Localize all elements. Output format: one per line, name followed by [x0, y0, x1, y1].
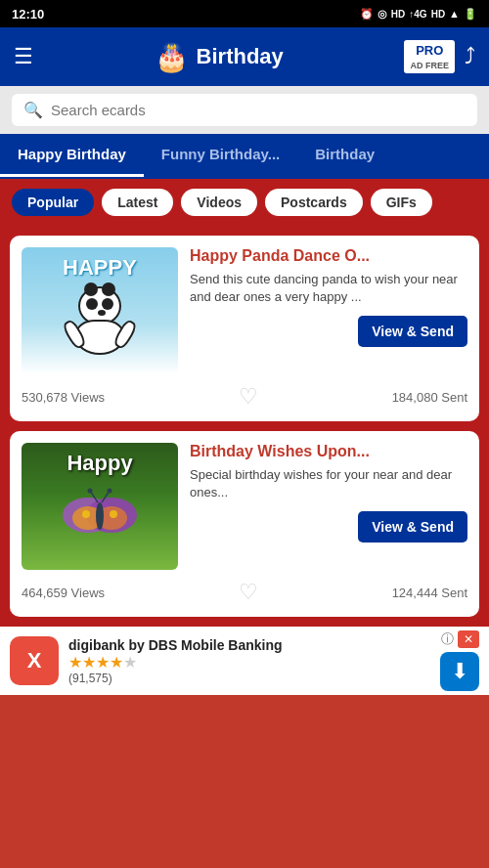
- views-panda: 530,678 Views: [22, 390, 105, 405]
- sent-butterfly: 124,444 Sent: [392, 586, 467, 600]
- search-input[interactable]: [51, 102, 466, 118]
- view-send-button-panda[interactable]: View & Send: [358, 316, 467, 347]
- svg-point-6: [96, 502, 104, 530]
- header-title-wrap: 🎂 Birthday: [155, 41, 284, 73]
- card-butterfly: Happy: [10, 431, 479, 617]
- ad-right: ⓘ ✕ ⬇: [440, 630, 479, 691]
- card-info-butterfly: Birthday Wishes Upon... Special birthday…: [190, 443, 467, 542]
- card-desc-panda: Send this cute dancing panda to wish you…: [190, 271, 467, 306]
- ad-free-label: AD FREE: [410, 60, 449, 72]
- card-thumb-butterfly: Happy: [22, 443, 178, 570]
- like-button-panda[interactable]: ♡: [239, 384, 258, 410]
- svg-point-4: [82, 510, 90, 518]
- 4g-icon: ↑4G: [409, 9, 426, 20]
- status-icons: ⏰ ◎ HD ↑4G HD ▲ 🔋: [360, 8, 477, 21]
- thumb-happy-text: HAPPY: [22, 255, 178, 281]
- card-title-panda: Happy Panda Dance O...: [190, 247, 467, 265]
- panda-illustration: [70, 286, 129, 355]
- svg-point-5: [110, 510, 117, 518]
- card-info-panda: Happy Panda Dance O... Send this cute da…: [190, 247, 467, 347]
- card-panda: HAPPY: [10, 236, 479, 421]
- ad-info-icon: ⓘ: [441, 630, 454, 648]
- time: 12:10: [12, 7, 44, 22]
- ad-banner: X digibank by DBS Mobile Banking ★★★★★ (…: [0, 627, 489, 695]
- filter-row: Popular Latest Videos Postcards GIFs: [0, 179, 489, 226]
- card-title-butterfly: Birthday Wishes Upon...: [190, 443, 467, 460]
- ad-download-button[interactable]: ⬇: [440, 652, 479, 691]
- thumb-happy-text2: Happy: [22, 451, 178, 476]
- svg-point-9: [88, 489, 93, 494]
- view-send-button-butterfly[interactable]: View & Send: [358, 511, 467, 542]
- header-title: Birthday: [197, 44, 284, 69]
- svg-point-10: [108, 489, 112, 494]
- ad-close-button[interactable]: ✕: [458, 630, 479, 648]
- header-left: ☰: [14, 44, 33, 69]
- status-bar: 12:10 ⏰ ◎ HD ↑4G HD ▲ 🔋: [0, 0, 489, 27]
- menu-button[interactable]: ☰: [14, 44, 33, 69]
- pill-videos[interactable]: Videos: [181, 189, 257, 216]
- alarm-icon: ⏰: [360, 8, 374, 21]
- tab-birthday[interactable]: Birthday: [297, 134, 392, 177]
- tab-happy-birthday[interactable]: Happy Birthday: [0, 134, 144, 177]
- battery-icon: 🔋: [464, 8, 477, 21]
- card-footer-butterfly: 464,659 Views ♡ 124,444 Sent: [22, 580, 467, 605]
- like-button-butterfly[interactable]: ♡: [239, 580, 258, 605]
- ad-logo: X: [10, 636, 59, 685]
- ad-rating: (91,575): [68, 672, 430, 685]
- butterfly-svg: [61, 481, 139, 549]
- pill-latest[interactable]: Latest: [102, 189, 173, 216]
- search-inner: 🔍: [12, 94, 477, 126]
- sent-panda: 184,080 Sent: [392, 390, 467, 405]
- hd-badge: HD: [391, 9, 405, 20]
- tab-funny-birthday[interactable]: Funny Birthday...: [144, 134, 297, 177]
- pro-label: PRO: [410, 42, 449, 60]
- hd-badge2: HD: [431, 9, 445, 20]
- ad-stars: ★★★★★: [68, 653, 430, 672]
- cake-icon: 🎂: [155, 41, 189, 73]
- card-inner-butterfly: Happy: [22, 443, 467, 570]
- header-right: PRO AD FREE ⤴: [404, 40, 475, 74]
- pro-badge[interactable]: PRO AD FREE: [404, 40, 455, 74]
- card-footer-panda: 530,678 Views ♡ 184,080 Sent: [22, 384, 467, 410]
- card-thumb-panda: HAPPY: [22, 247, 178, 374]
- signal-icon: ▲: [449, 8, 460, 20]
- category-tabs: Happy Birthday Funny Birthday... Birthda…: [0, 134, 489, 179]
- search-bar: 🔍: [0, 86, 489, 134]
- cards-area: HAPPY: [0, 226, 489, 627]
- views-butterfly: 464,659 Views: [22, 586, 105, 600]
- header: ☰ 🎂 Birthday PRO AD FREE ⤴: [0, 27, 489, 86]
- card-inner: HAPPY: [22, 247, 467, 374]
- share-button[interactable]: ⤴: [465, 44, 475, 69]
- pill-postcards[interactable]: Postcards: [265, 189, 363, 216]
- ad-title: digibank by DBS Mobile Banking: [68, 637, 430, 653]
- search-icon: 🔍: [23, 101, 43, 119]
- pill-popular[interactable]: Popular: [12, 189, 94, 216]
- wifi-icon: ◎: [378, 8, 387, 21]
- ad-content: digibank by DBS Mobile Banking ★★★★★ (91…: [68, 637, 430, 685]
- card-desc-butterfly: Special birthday wishes for your near an…: [190, 466, 467, 501]
- ad-logo-text: X: [27, 648, 42, 673]
- pill-gifs[interactable]: GIFs: [371, 189, 432, 216]
